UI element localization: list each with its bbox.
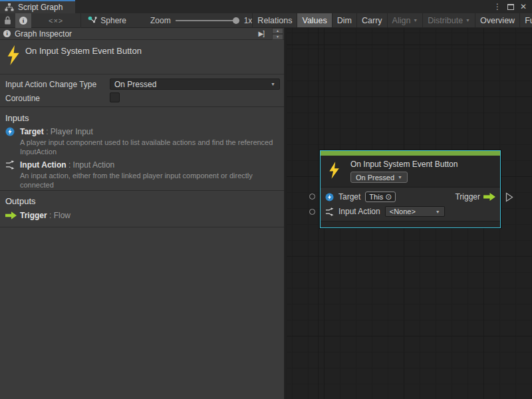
zoom-label: Zoom	[150, 16, 171, 25]
info-icon: i	[19, 17, 27, 25]
input-target-description: A player input component used to list av…	[20, 138, 281, 156]
node-header[interactable]: On Input System Event Button On Pressed …	[321, 156, 500, 187]
node-type-title: On Input System Event Button	[25, 46, 142, 56]
graph-canvas[interactable]: On Input System Event Button On Pressed …	[287, 28, 532, 399]
node-title: On Input System Event Button	[350, 160, 458, 169]
inspector-toggle-button[interactable]: i	[15, 13, 31, 28]
lock-icon[interactable]	[0, 13, 15, 28]
scroll-up-icon[interactable]: ▲	[272, 28, 283, 34]
divider	[0, 190, 284, 191]
output-trigger-name: Trigger : Flow	[20, 211, 70, 220]
input-action-icon	[325, 207, 334, 216]
node-row-target: Target This ⊙ Trigger	[321, 190, 500, 204]
zoom-slider-handle[interactable]	[233, 17, 239, 24]
graph-hierarchy-icon	[5, 3, 14, 11]
inspector-header: i Graph Inspector ▶] ▲ ▼	[0, 28, 284, 40]
target-port-label: Target	[338, 192, 360, 201]
toolbar-buttons: Relations Values Dim Carry Align▼ Distri…	[252, 13, 532, 27]
input-action-input-port[interactable]	[309, 209, 315, 215]
node-accent-bar	[321, 151, 500, 156]
node-body: Target This ⊙ Trigger	[321, 187, 500, 221]
chevron-down-icon: ▼	[398, 175, 402, 180]
coroutine-checkbox[interactable]	[110, 92, 120, 102]
flow-arrow-icon	[483, 193, 495, 201]
titlebar: Script Graph ⋮ ✕	[0, 0, 532, 13]
chevron-down-icon: ▼	[466, 18, 470, 23]
event-node[interactable]: On Input System Event Button On Pressed …	[320, 150, 501, 228]
window-menu-icon[interactable]: ⋮	[493, 3, 501, 11]
target-input-port[interactable]	[309, 194, 315, 200]
trigger-output: Trigger	[455, 192, 495, 201]
scroll-down-icon[interactable]: ▼	[272, 34, 283, 40]
distribute-button[interactable]: Distribute▼	[422, 13, 475, 27]
player-input-icon	[5, 127, 15, 136]
chevron-down-icon: ▼	[413, 18, 418, 23]
outputs-section-header: Outputs	[5, 196, 36, 206]
code-preview-icon[interactable]: <×>	[43, 17, 68, 25]
graph-inspector-panel: i Graph Inspector ▶] ▲ ▼ On Input System…	[0, 28, 285, 399]
dim-button[interactable]: Dim	[332, 13, 356, 27]
trigger-output-label: Trigger	[455, 192, 480, 201]
panel-scroll-spinner: ▲ ▼	[272, 28, 283, 40]
node-event-dropdown[interactable]: On Pressed ▼	[350, 172, 408, 183]
info-icon: i	[3, 30, 11, 37]
collapse-panel-icon[interactable]: ▶]	[259, 30, 264, 37]
toolbar-left-group: i <×> Sphere Zoom 1x	[0, 13, 252, 27]
graph-reference[interactable]: Sphere	[80, 13, 133, 28]
event-bolt-icon	[7, 45, 20, 65]
window-controls: ⋮ ✕	[493, 0, 532, 13]
inspector-header-title: Graph Inspector	[15, 29, 72, 39]
trigger-output-port[interactable]	[505, 192, 513, 202]
inspector-title-block: On Input System Event Button	[0, 40, 284, 74]
relations-button[interactable]: Relations	[252, 13, 297, 27]
object-picker-icon[interactable]: ⊙	[385, 193, 392, 201]
tab-script-graph[interactable]: Script Graph	[0, 0, 75, 13]
zoom-value: 1x	[244, 16, 253, 25]
event-bolt-icon	[329, 161, 340, 180]
tab-title: Script Graph	[18, 3, 63, 12]
change-type-dropdown[interactable]: On Pressed ▼	[110, 78, 280, 90]
divider	[0, 106, 284, 107]
input-action-port-label: Input Action	[338, 207, 380, 216]
target-object-field[interactable]: This ⊙	[365, 192, 396, 202]
input-action-name: Input Action : Input Action	[20, 160, 114, 170]
zoom-control: Zoom 1x	[150, 16, 252, 25]
graph-name: Sphere	[100, 16, 126, 25]
script-graph-window: Script Graph ⋮ ✕ i <×>	[0, 0, 532, 399]
align-button[interactable]: Align▼	[387, 13, 423, 27]
input-action-icon	[5, 160, 15, 170]
zoom-slider[interactable]	[176, 16, 239, 25]
carry-button[interactable]: Carry	[356, 13, 387, 27]
player-input-icon	[325, 193, 334, 201]
overview-button[interactable]: Overview	[475, 13, 519, 27]
chevron-down-icon: ▼	[271, 82, 275, 86]
flow-arrow-icon	[5, 211, 17, 219]
window-close-icon[interactable]: ✕	[520, 3, 527, 11]
coroutine-label: Coroutine	[5, 94, 40, 103]
script-graph-asset-icon	[88, 16, 97, 25]
node-row-input-action: Input Action <None> ▼	[321, 204, 500, 219]
input-target-name: Target : Player Input	[20, 127, 93, 136]
window-maximize-icon[interactable]	[507, 4, 514, 10]
input-action-dropdown[interactable]: <None> ▼	[385, 206, 445, 217]
fullscreen-button[interactable]: Full Screen	[519, 13, 532, 27]
input-action-description: An input action, either from the linked …	[20, 171, 281, 190]
zoom-slider-track[interactable]	[176, 20, 239, 21]
inputs-section-header: Inputs	[5, 113, 29, 123]
chevron-down-icon: ▼	[436, 209, 440, 214]
values-button[interactable]: Values	[297, 13, 331, 27]
node-footer	[321, 221, 500, 227]
change-type-label: Input Action Change Type	[5, 80, 96, 89]
divider	[0, 227, 284, 227]
graph-toolbar: i <×> Sphere Zoom 1x	[0, 13, 532, 28]
